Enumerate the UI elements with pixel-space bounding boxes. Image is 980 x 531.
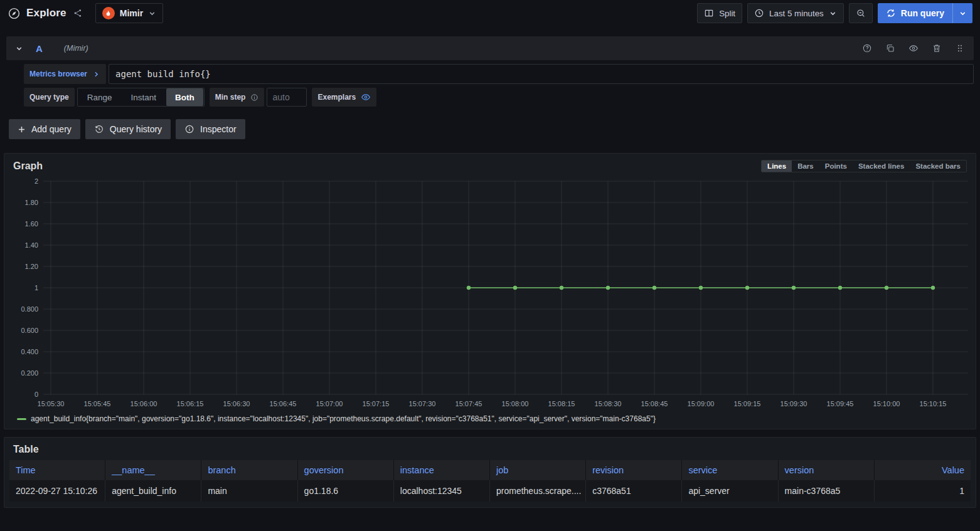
table-cell: main-c3768a5	[779, 480, 875, 502]
table-cell: agent_build_info	[105, 480, 201, 502]
chevron-right-icon	[92, 70, 100, 78]
query-datasource-hint: (Mimir)	[64, 44, 88, 53]
help-circle-icon[interactable]	[862, 43, 872, 53]
legend-series-label[interactable]: agent_build_info{branch="main", goversio…	[31, 414, 656, 423]
time-range-picker[interactable]: Last 5 minutes	[747, 3, 844, 23]
eye-icon[interactable]	[908, 43, 919, 53]
history-icon	[94, 124, 104, 134]
table-header-cell[interactable]: __name__	[105, 460, 201, 480]
metrics-browser-button[interactable]: Metrics browser	[24, 64, 106, 84]
graph-style-lines[interactable]: Lines	[762, 160, 792, 172]
query-type-option-range[interactable]: Range	[78, 88, 121, 106]
query-editor: A (Mimir) Metrics browser	[6, 36, 974, 107]
svg-text:1: 1	[35, 284, 38, 292]
trash-icon[interactable]	[932, 43, 942, 53]
table-header-cell[interactable]: service	[682, 460, 778, 480]
table-header-cell[interactable]: version	[779, 460, 875, 480]
svg-text:2: 2	[35, 177, 38, 185]
svg-text:15:07:00: 15:07:00	[316, 400, 343, 407]
clock-icon	[754, 8, 764, 18]
query-type-group: RangeInstantBoth	[77, 88, 205, 107]
split-label: Split	[719, 9, 735, 18]
table-panel-title: Table	[13, 444, 39, 455]
svg-text:0.800: 0.800	[21, 305, 38, 313]
explore-actions: Add query Query history Inspector	[9, 119, 980, 139]
run-query-main[interactable]: Run query	[878, 3, 952, 23]
table-header-cell[interactable]: goversion	[298, 460, 394, 480]
svg-text:15:08:45: 15:08:45	[641, 400, 668, 407]
svg-text:15:10:00: 15:10:00	[873, 400, 900, 407]
run-query-button[interactable]: Run query	[878, 3, 972, 23]
sync-icon	[886, 8, 896, 18]
zoom-out-button[interactable]	[849, 3, 873, 23]
time-series-chart[interactable]: 00.2000.4000.6000.80011.201.401.601.8021…	[9, 175, 969, 413]
svg-text:1.60: 1.60	[25, 220, 38, 228]
graph-style-stacked-lines[interactable]: Stacked lines	[853, 160, 910, 172]
exemplars-toggle: Exemplars	[312, 88, 376, 107]
svg-text:15:06:15: 15:06:15	[177, 400, 204, 407]
query-expression-input[interactable]	[109, 64, 974, 84]
svg-text:1.20: 1.20	[25, 263, 38, 270]
svg-text:15:05:45: 15:05:45	[84, 400, 111, 407]
graph-style-tabs: LinesBarsPointsStacked linesStacked bars	[761, 160, 967, 172]
table-cell: 2022-09-27 15:10:26	[9, 480, 105, 502]
query-ref-id[interactable]: A	[36, 43, 43, 54]
query-type-label: Query type	[24, 88, 75, 107]
time-range-label: Last 5 minutes	[769, 9, 824, 18]
collapse-chevron-icon[interactable]	[15, 45, 23, 53]
svg-text:15:09:30: 15:09:30	[780, 400, 807, 407]
table-header-cell[interactable]: job	[490, 460, 586, 480]
datasource-picker[interactable]: Mimir	[95, 3, 163, 23]
split-icon	[704, 8, 714, 18]
svg-text:15:05:30: 15:05:30	[38, 400, 65, 407]
svg-text:1.40: 1.40	[25, 241, 38, 249]
chevron-down-icon	[959, 9, 967, 18]
datasource-name: Mimir	[120, 8, 143, 18]
table-header-cell[interactable]: instance	[394, 460, 490, 480]
add-query-button[interactable]: Add query	[9, 119, 80, 139]
svg-text:15:07:30: 15:07:30	[409, 400, 436, 407]
svg-text:0.600: 0.600	[21, 327, 38, 334]
table-row: 2022-09-27 15:10:26agent_build_infomaing…	[9, 480, 971, 502]
svg-text:15:06:30: 15:06:30	[223, 400, 250, 407]
query-row-actions	[862, 43, 965, 53]
toolbar-right: Split Last 5 minutes Run query	[697, 3, 972, 23]
share-alt-icon[interactable]	[73, 8, 83, 18]
svg-text:15:07:15: 15:07:15	[363, 400, 390, 407]
page-title: Explore	[26, 7, 67, 19]
table-header-cell[interactable]: branch	[201, 460, 297, 480]
drag-handle-icon[interactable]	[955, 43, 965, 53]
table-header-row: Time__name__branchgoversioninstancejobre…	[9, 460, 971, 480]
table-header-cell[interactable]: Value	[875, 460, 971, 480]
svg-text:15:09:45: 15:09:45	[827, 400, 854, 407]
query-body: Metrics browser Query type RangeInstantB…	[6, 60, 974, 107]
exemplars-eye-icon[interactable]	[361, 92, 371, 102]
info-circle-icon[interactable]	[250, 93, 258, 102]
copy-query-icon[interactable]	[885, 43, 895, 53]
graph-style-points[interactable]: Points	[819, 160, 853, 172]
graph-panel: Graph LinesBarsPointsStacked linesStacke…	[4, 153, 976, 429]
table-cell: main	[201, 480, 297, 502]
run-query-label: Run query	[901, 8, 944, 18]
svg-text:15:06:45: 15:06:45	[270, 400, 297, 407]
query-type-option-instant[interactable]: Instant	[122, 88, 166, 106]
table-header-cell[interactable]: Time	[9, 460, 105, 480]
query-history-button[interactable]: Query history	[85, 119, 171, 139]
svg-text:15:10:15: 15:10:15	[920, 400, 947, 407]
svg-text:15:07:45: 15:07:45	[455, 400, 482, 407]
inspector-button[interactable]: Inspector	[176, 119, 245, 139]
flame-icon	[102, 7, 115, 19]
table-header-cell[interactable]: revision	[586, 460, 682, 480]
run-query-dropdown[interactable]	[952, 3, 972, 23]
graph-panel-title: Graph	[13, 160, 43, 172]
chart-legend: agent_build_info{branch="main", goversio…	[4, 413, 976, 429]
graph-style-bars[interactable]: Bars	[792, 160, 819, 172]
table-cell: 1	[875, 480, 971, 502]
table-cell: localhost:12345	[394, 480, 490, 502]
split-button[interactable]: Split	[697, 3, 742, 23]
graph-style-stacked-bars[interactable]: Stacked bars	[910, 160, 966, 172]
min-step-input[interactable]	[267, 88, 307, 107]
table-cell: prometheus.scrape....	[490, 480, 586, 502]
chart-area: 00.2000.4000.6000.80011.201.401.601.8021…	[4, 175, 976, 413]
query-type-option-both[interactable]: Both	[166, 88, 203, 106]
